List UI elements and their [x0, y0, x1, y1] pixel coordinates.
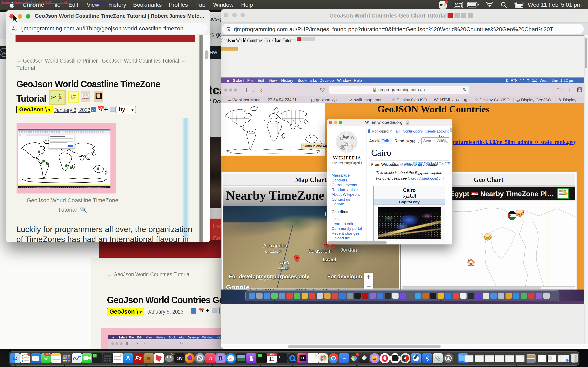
svg-text:Ω: Ω	[340, 136, 344, 141]
svg-text:W: W	[350, 134, 355, 140]
svg-text:笔: 笔	[340, 145, 345, 150]
svg-text:7: 7	[351, 144, 354, 149]
